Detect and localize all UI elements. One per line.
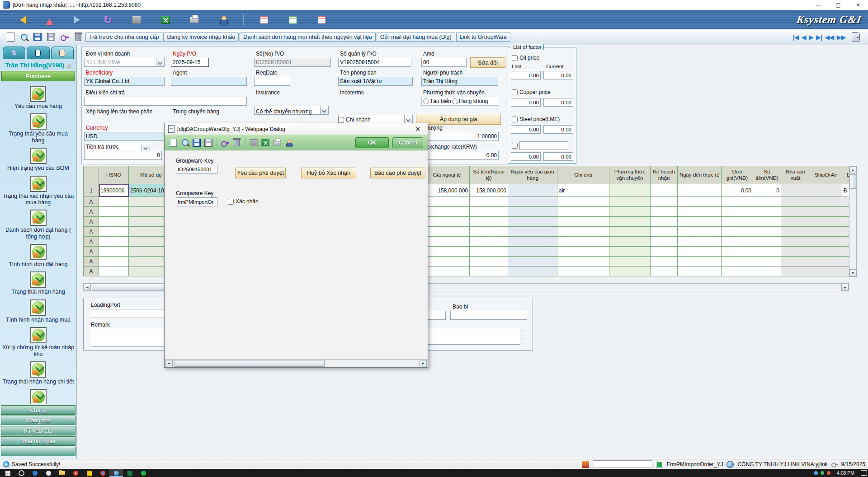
col-fc-amount[interactable]: Số tiền(Ngoại tệ) [470, 166, 508, 184]
save-icon[interactable] [32, 32, 43, 42]
col-shiporair[interactable]: ShipOrAir [810, 166, 842, 184]
advance-payment-field[interactable] [84, 151, 162, 160]
sidebar-item-tinh-hinh-nhan-hang[interactable]: Tình hình nhận hàng mua [6, 299, 71, 323]
ok-button[interactable]: OK [355, 137, 389, 148]
taskbar-search-icon[interactable] [14, 469, 28, 477]
sea-radio[interactable] [423, 98, 429, 104]
report-icon-2[interactable] [287, 14, 299, 26]
search-icon[interactable] [180, 138, 190, 148]
delete-icon[interactable] [73, 32, 84, 42]
dialog-titlebar[interactable]: [dlgDAGroupWareDlg_YJ] - Webpage Dialog … [165, 123, 428, 135]
scroll-down-icon[interactable]: ▼ [849, 269, 857, 276]
scroll-right-icon[interactable]: ► [841, 284, 849, 291]
key-icon[interactable] [220, 138, 230, 148]
scroll-left-icon[interactable]: ◄ [165, 360, 173, 367]
excel-export-icon[interactable] [160, 14, 171, 26]
chrome-icon[interactable] [96, 469, 109, 477]
start-button[interactable] [1, 469, 14, 477]
copper-last-field[interactable] [511, 98, 541, 107]
dialog-close-icon[interactable]: ✕ [411, 125, 424, 133]
latest-orders-button[interactable]: Danh sách đơn hàng mới nhất theo nguyên … [240, 33, 376, 42]
actual-arrival-cell[interactable] [678, 184, 722, 197]
delete-icon[interactable] [232, 138, 242, 148]
col-note[interactable]: Ghi chú [557, 166, 609, 184]
sticky-notes-icon[interactable] [82, 469, 96, 477]
close-button[interactable]: ✕ [848, 0, 868, 9]
steel-price-checkbox[interactable] [512, 117, 518, 122]
air-radio[interactable] [452, 98, 458, 104]
register-invoice-button[interactable]: Đăng ký Invoice nhập khẩu [163, 33, 239, 42]
minimize-button[interactable]: — [808, 0, 828, 9]
scroll-right-icon[interactable]: ► [420, 360, 427, 367]
nav-first-icon[interactable]: |◀ [793, 34, 799, 41]
cancel-confirm-button[interactable]: Huỷ bỏ Xác nhận [301, 168, 356, 178]
home-icon[interactable]: ⌂ [67, 61, 71, 69]
browser-icon[interactable] [69, 469, 82, 477]
zalo-icon[interactable] [137, 469, 150, 477]
tab-door[interactable] [27, 47, 49, 59]
edge-icon[interactable] [28, 469, 42, 477]
building-icon[interactable] [131, 14, 142, 26]
col-fc-price[interactable]: Giá ngoại tệ [425, 166, 470, 184]
save-as-icon[interactable] [46, 32, 57, 42]
refresh-icon[interactable]: ↻ [102, 14, 113, 26]
new-icon[interactable] [168, 138, 178, 148]
business-unit-select[interactable]: YJ LINK VINA [84, 58, 165, 67]
active-task-ie[interactable] [109, 469, 123, 477]
fc-price-cell[interactable]: 158,000.000 [425, 184, 470, 197]
currency-field[interactable] [84, 132, 165, 141]
amount-vnd-cell[interactable]: 0 [753, 184, 781, 197]
col-manufacturer[interactable]: Nhà sản xuất [781, 166, 810, 184]
chevron-down-icon[interactable] [156, 58, 164, 66]
nav-nextset-icon[interactable]: ▶▶ [837, 34, 846, 41]
forward-icon[interactable] [73, 14, 85, 26]
col-hsno[interactable]: HSNO [99, 166, 129, 184]
sidebar-item-trang-thai-nhan-hang[interactable]: Trạng thái nhận hàng [11, 271, 65, 295]
note-cell[interactable]: air [557, 184, 609, 197]
receive-plan-cell[interactable] [651, 184, 678, 197]
table-vertical-scrollbar[interactable]: ▲ ▼ [849, 166, 857, 277]
oil-current-field[interactable] [543, 71, 573, 80]
tab-sort[interactable]: ⇅ [3, 47, 25, 59]
custom-current-field[interactable] [543, 152, 573, 161]
scroll-thumb[interactable] [175, 360, 325, 367]
sidebar-item-nhan-hang-chi-tiet[interactable]: Trạng thái nhận hàng chi tiết [3, 361, 74, 385]
col-request-date[interactable]: Ngày yêu cầu giao hàng [508, 166, 557, 184]
dialog-scrollbar[interactable]: ◄ ► [165, 359, 428, 367]
confirm-checkbox[interactable] [228, 199, 234, 205]
cancel-button[interactable]: Cancel [392, 137, 423, 148]
tray-icon-red[interactable] [827, 471, 830, 475]
po-mgmt-no-field[interactable] [338, 58, 411, 67]
col-transport[interactable]: Phương thức vận chuyển [609, 166, 651, 184]
sidebar-item-hien-trang-bom[interactable]: Hiện trạng yêu cầu BOM [7, 148, 69, 171]
department-field[interactable] [338, 77, 413, 86]
print-icon[interactable] [189, 14, 200, 26]
unit-price-vnd-cell[interactable]: 0.00 [722, 184, 753, 197]
explorer-icon[interactable] [55, 469, 69, 477]
copper-price-checkbox[interactable] [512, 89, 518, 95]
sidebar-item-xu-ly-chung-tu[interactable]: Xử lý chứng từ kế toán nhập kho [2, 327, 75, 357]
sidebar-item-yeu-cau-mua-hang[interactable]: Yêu cầu mua hàng [14, 86, 62, 109]
approval-report-button[interactable]: Báo cáo phê duyệt [370, 168, 425, 178]
save-icon[interactable] [192, 138, 202, 148]
tray-icon-blue[interactable] [814, 471, 818, 475]
chevron-down-icon[interactable] [142, 143, 150, 151]
link-groupware-button[interactable]: Link to GroupWare [456, 33, 510, 42]
amd-field[interactable] [421, 58, 467, 67]
beneficiary-field[interactable] [84, 77, 165, 86]
taskbar-clock[interactable]: 4:08 PM [837, 470, 854, 476]
nav-next-icon[interactable]: ▶ [809, 34, 813, 41]
scroll-left-icon[interactable]: ◄ [84, 284, 91, 291]
user-help-icon[interactable] [217, 14, 229, 26]
chevron-down-icon[interactable] [320, 106, 328, 114]
send-mail-button[interactable]: Gửi mail đặt hàng mua (Dlg) [377, 33, 455, 42]
excel-task-icon[interactable] [123, 469, 137, 477]
sidebar-button-empty[interactable] [1, 447, 75, 456]
sidebar-button-chung[interactable]: Chung [1, 405, 75, 415]
sidebar-button-hang-ma[interactable]: Hàng mạ [1, 416, 75, 425]
scroll-up-icon[interactable]: ▲ [849, 166, 857, 173]
sidebar-item-danh-sach-don[interactable]: Danh sách đơn đặt hàng ( tổng hợp) [2, 210, 75, 240]
sidebar-button-kt-yeu-cau[interactable]: KT yêu cầu [1, 426, 75, 435]
groupware-key1-field[interactable] [176, 165, 217, 174]
back-icon[interactable] [15, 14, 27, 26]
